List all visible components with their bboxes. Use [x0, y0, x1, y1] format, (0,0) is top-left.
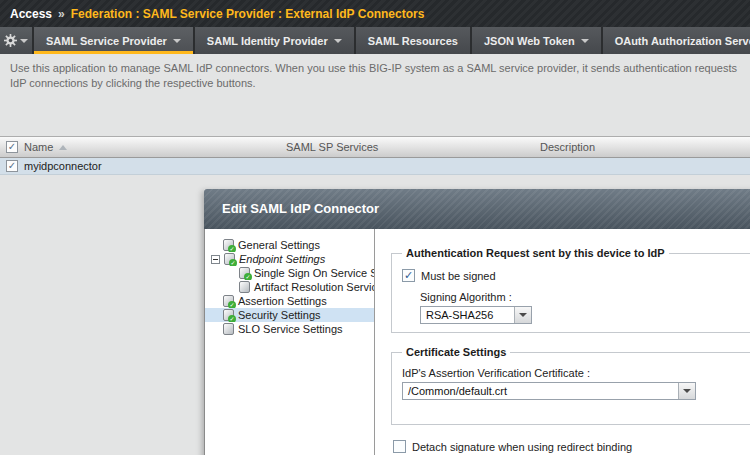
configured-settings-icon: [223, 309, 234, 321]
description-line-1: Use this application to manage SAML IdP …: [10, 61, 740, 76]
must-be-signed-label: Must be signed: [421, 270, 496, 282]
verification-certificate-value: /Common/default.crt: [403, 383, 678, 399]
tab-saml-service-provider[interactable]: SAML Service Provider: [34, 27, 195, 54]
tree-item-assertion-settings[interactable]: Assertion Settings: [205, 294, 374, 308]
description-line-2: IdP connections by clicking the respecti…: [10, 76, 740, 91]
signing-algorithm-label: Signing Algorithm :: [420, 291, 750, 303]
table-row[interactable]: myidpconnector: [0, 158, 750, 175]
authentication-request-section: Authentication Request sent by this devi…: [391, 247, 750, 333]
connector-name: myidpconnector: [24, 160, 102, 172]
chevron-down-icon: [20, 39, 28, 43]
table-header-row: Name SAML SP Services Description: [0, 136, 750, 158]
page-description: Use this application to manage SAML IdP …: [0, 54, 750, 91]
tree-item-slo-service-settings[interactable]: SLO Service Settings: [205, 322, 374, 336]
section-legend: Certificate Settings: [402, 346, 510, 358]
dialog-header[interactable]: Edit SAML IdP Connector: [204, 189, 750, 229]
chevron-down-icon: [519, 313, 527, 317]
dropdown-button[interactable]: [678, 383, 695, 399]
unconfigured-settings-icon: [239, 281, 250, 293]
tab-json-web-token[interactable]: JSON Web Token: [472, 27, 603, 54]
idp-connectors-table: Name SAML SP Services Description myidpc…: [0, 136, 750, 175]
must-be-signed-checkbox[interactable]: [402, 269, 415, 282]
tab-label: JSON Web Token: [484, 35, 575, 47]
edit-saml-idp-connector-dialog: Edit SAML IdP Connector General Settings…: [204, 189, 750, 455]
select-all-checkbox[interactable]: [6, 141, 18, 153]
tab-label: OAuth Authorization Server: [615, 35, 750, 47]
configured-settings-icon: [224, 253, 235, 265]
settings-tree: General Settings Endpoint Settings Singl…: [205, 229, 375, 455]
gear-icon: [4, 34, 17, 47]
row-checkbox[interactable]: [6, 160, 18, 172]
configured-settings-icon: [223, 295, 234, 307]
security-settings-pane: Authentication Request sent by this devi…: [375, 229, 750, 455]
verification-certificate-label: IdP's Assertion Verification Certificate…: [402, 367, 750, 379]
sort-ascending-icon: [59, 145, 67, 150]
breadcrumb-root[interactable]: Access: [10, 7, 52, 21]
breadcrumb-separator: »: [58, 7, 65, 21]
detach-signature-label: Detach signature when using redirect bin…: [412, 441, 632, 453]
breadcrumb-path: Federation : SAML Service Provider : Ext…: [71, 7, 425, 21]
tree-item-artifact-resolution-service[interactable]: Artifact Resolution Service ...: [205, 280, 374, 294]
verification-certificate-select[interactable]: /Common/default.crt: [402, 382, 696, 400]
column-header-sp-services[interactable]: SAML SP Services: [286, 141, 540, 153]
configured-settings-icon: [239, 267, 250, 279]
tree-item-single-sign-on-service[interactable]: Single Sign On Service Set...: [205, 266, 374, 280]
dropdown-button[interactable]: [514, 307, 531, 323]
tree-item-security-settings[interactable]: Security Settings: [205, 308, 374, 322]
section-legend: Authentication Request sent by this devi…: [402, 247, 669, 259]
column-header-description[interactable]: Description: [540, 141, 750, 153]
tab-label: SAML Service Provider: [46, 35, 167, 47]
column-header-name[interactable]: Name: [24, 141, 53, 153]
tab-bar: SAML Service Provider SAML Identity Prov…: [0, 27, 750, 54]
detach-signature-checkbox[interactable]: [393, 440, 406, 453]
breadcrumb: Access » Federation : SAML Service Provi…: [0, 0, 750, 27]
tab-saml-resources[interactable]: SAML Resources: [356, 27, 472, 54]
chevron-down-icon: [334, 39, 342, 43]
unconfigured-settings-icon: [223, 323, 234, 335]
configured-settings-icon: [223, 239, 234, 251]
chevron-down-icon: [581, 39, 589, 43]
chevron-down-icon: [683, 389, 691, 393]
collapse-icon[interactable]: [211, 255, 220, 264]
certificate-settings-section: Certificate Settings IdP's Assertion Ver…: [391, 346, 750, 425]
tab-label: SAML Identity Provider: [207, 35, 328, 47]
signing-algorithm-select[interactable]: RSA-SHA256: [420, 306, 532, 324]
tree-item-general-settings[interactable]: General Settings: [205, 238, 374, 252]
chevron-down-icon: [173, 39, 181, 43]
tab-label: SAML Resources: [368, 35, 458, 47]
tab-saml-identity-provider[interactable]: SAML Identity Provider: [195, 27, 356, 54]
signing-algorithm-value: RSA-SHA256: [421, 307, 514, 323]
dialog-title: Edit SAML IdP Connector: [204, 189, 750, 229]
gear-menu-button[interactable]: [0, 27, 34, 54]
tab-oauth-authorization-server[interactable]: OAuth Authorization Server: [603, 27, 750, 54]
tree-item-endpoint-settings[interactable]: Endpoint Settings: [205, 252, 374, 266]
